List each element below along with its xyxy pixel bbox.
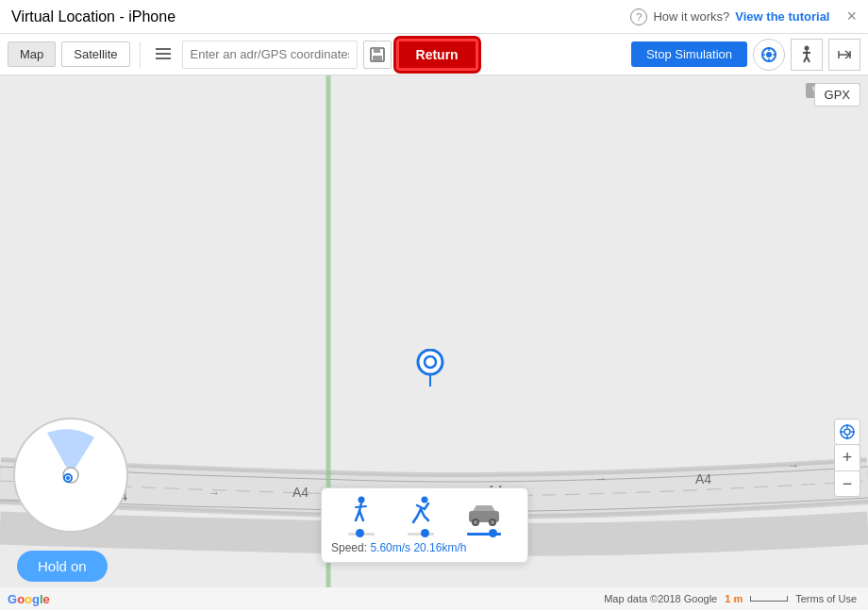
svg-point-25 <box>844 429 850 435</box>
speed-thumb-car <box>489 529 497 537</box>
how-it-works-text: How it works? <box>653 9 729 24</box>
speed-km: 20.16km/h <box>413 541 466 554</box>
bottom-bar: Google Map data ©2018 Google 1 m Terms o… <box>0 587 868 610</box>
app-title: Virtual Location - iPhone <box>11 8 175 25</box>
target-icon <box>760 46 777 63</box>
recenter-icon <box>839 423 856 440</box>
location-pin <box>415 349 445 388</box>
road-label-a4-4: A4 <box>695 471 711 486</box>
run-speed-icon[interactable] <box>408 496 434 526</box>
scale-bar <box>750 596 788 602</box>
satellite-tab[interactable]: Satellite <box>61 41 129 67</box>
google-logo: Google <box>8 592 50 606</box>
speed-value: 5.60m/s <box>370 541 410 554</box>
speed-icons <box>331 496 518 526</box>
run-svg <box>408 496 434 526</box>
speed-track-run <box>408 533 434 536</box>
walk-mode-button[interactable] <box>791 39 823 71</box>
svg-point-44 <box>491 520 494 524</box>
svg-point-22 <box>425 356 436 368</box>
speed-thumb-run <box>421 529 429 537</box>
zoom-in-button[interactable]: + <box>834 444 860 470</box>
target-circle-button[interactable] <box>753 39 785 71</box>
road-arrow-2: → <box>208 486 220 500</box>
map-tab[interactable]: Map <box>8 41 56 67</box>
svg-rect-0 <box>156 48 171 50</box>
address-input[interactable] <box>182 41 358 69</box>
speed-panel: Speed: 5.60m/s 20.16km/h <box>321 487 528 563</box>
toolbar: Map Satellite Return Stop Simulation <box>0 34 868 75</box>
walk-icon <box>798 45 815 64</box>
title-bar-right: ? How it works? View the tutorial × <box>630 7 857 26</box>
speed-track-walk <box>348 533 375 536</box>
save-button[interactable] <box>363 41 392 69</box>
return-button[interactable]: Return <box>397 40 477 70</box>
svg-point-7 <box>766 52 772 58</box>
recenter-button[interactable] <box>834 419 860 445</box>
list-icon-button[interactable] <box>150 41 176 68</box>
compass <box>9 414 132 536</box>
share-button[interactable] <box>828 39 860 71</box>
svg-rect-2 <box>156 58 171 59</box>
scale-text: 1 m <box>725 593 743 604</box>
svg-line-36 <box>356 506 366 507</box>
svg-rect-4 <box>374 48 380 53</box>
stop-simulation-button[interactable]: Stop Simulation <box>631 41 747 67</box>
svg-line-38 <box>359 511 363 520</box>
zoom-out-button[interactable]: − <box>834 470 860 497</box>
scale-line <box>750 596 788 602</box>
car-speed-icon[interactable] <box>467 500 501 526</box>
walk-svg <box>348 496 375 526</box>
road-arrow-4: → <box>594 471 607 486</box>
svg-rect-1 <box>156 53 171 55</box>
close-button[interactable]: × <box>846 7 857 26</box>
svg-point-43 <box>474 520 477 524</box>
svg-point-12 <box>805 45 810 50</box>
speed-track-car <box>467 533 501 536</box>
speed-thumb-walk <box>356 529 364 537</box>
road-arrow-5: → <box>787 458 799 472</box>
list-icon <box>156 48 171 61</box>
share-icon <box>836 46 853 63</box>
pin-svg <box>415 349 445 388</box>
tutorial-link[interactable]: View the tutorial <box>735 9 829 24</box>
zoom-controls: + − <box>834 444 860 497</box>
speed-label: Speed: <box>331 541 367 554</box>
help-icon[interactable]: ? <box>630 8 647 25</box>
map-data-text: Map data ©2018 Google <box>604 593 717 604</box>
save-icon <box>370 47 385 62</box>
svg-rect-5 <box>373 56 382 60</box>
title-bar: Virtual Location - iPhone ? How it works… <box>0 0 868 34</box>
svg-point-33 <box>66 476 70 480</box>
car-svg <box>467 500 501 526</box>
hold-on-button[interactable]: Hold on <box>17 551 108 582</box>
speed-text: Speed: 5.60m/s 20.16km/h <box>331 541 518 554</box>
svg-point-39 <box>421 497 427 503</box>
road-label-a4-2: A4 <box>292 485 309 500</box>
map-container[interactable]: Ver 1.4.3 A4 A4 A4 A4 → → → → → GPX + − <box>0 75 868 610</box>
gpx-button[interactable]: GPX <box>814 83 860 107</box>
walk-speed-icon[interactable] <box>348 496 375 526</box>
svg-line-16 <box>807 57 810 62</box>
toolbar-divider <box>140 41 141 68</box>
terms-of-use[interactable]: Terms of Use <box>795 593 857 604</box>
